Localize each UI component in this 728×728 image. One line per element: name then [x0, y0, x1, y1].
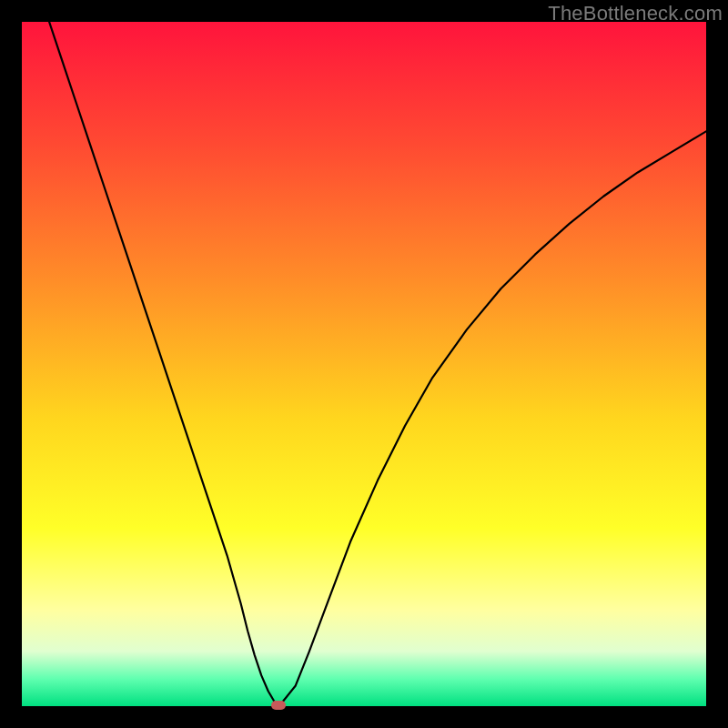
bottleneck-curve: [22, 22, 706, 706]
watermark-text: TheBottleneck.com: [548, 2, 723, 25]
minimum-marker: [271, 701, 286, 710]
chart-plot-area: [22, 22, 706, 706]
